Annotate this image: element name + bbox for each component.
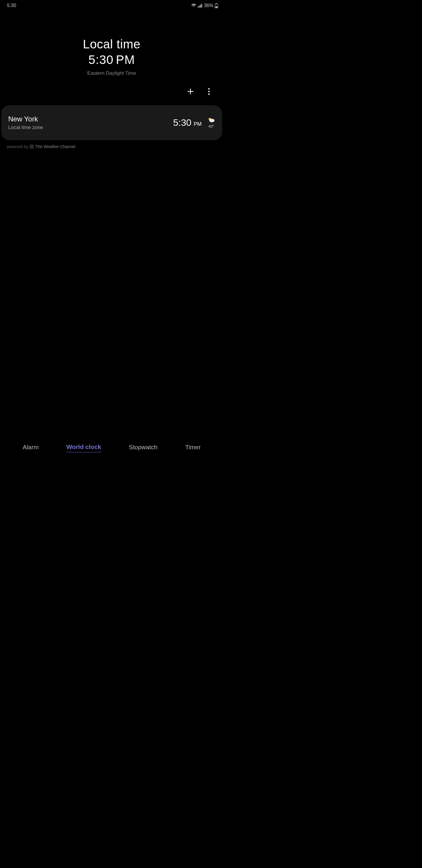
tab-stopwatch[interactable]: Stopwatch [129,442,157,452]
battery-percent: 36% [204,3,213,8]
partly-cloudy-icon [207,117,215,123]
weather-attribution: powered by The Weather Channel [0,140,223,149]
attribution-brand: The Weather Channel [35,144,75,149]
svg-point-13 [209,119,215,122]
weather-channel-logo-icon [30,145,34,149]
battery-icon [215,3,218,8]
city-time-value: 5:30 [173,117,191,128]
city-subtitle: Local time zone [8,125,43,130]
svg-rect-1 [199,6,200,8]
city-details: 5:30 PM 40° [173,117,215,128]
weather-temp: 40° [208,124,214,128]
header-time-value: 5:30 [89,53,114,67]
city-time-ampm: PM [194,121,202,127]
action-buttons [0,76,223,96]
svg-point-11 [208,94,210,95]
svg-point-9 [208,88,210,90]
svg-rect-3 [201,4,202,8]
add-city-button[interactable] [186,87,195,96]
city-name: New York [8,115,43,123]
svg-rect-6 [216,6,218,8]
bottom-navigation: Alarm World clock Stopwatch Timer [0,436,223,460]
attribution-prefix: powered by [7,144,28,149]
svg-rect-2 [200,5,201,8]
status-indicators: 36% [191,3,218,8]
city-info: New York Local time zone [8,115,43,130]
header-timezone: Eastern Daylight Time [0,70,223,76]
header-title: Local time [0,37,223,51]
weather: 40° [207,117,215,128]
header-time: 5:30PM [0,53,223,67]
svg-rect-0 [198,6,199,8]
tab-world-clock[interactable]: World clock [66,442,101,453]
signal-icon [198,3,202,8]
status-bar: 5:30 36% [0,0,223,9]
tab-alarm[interactable]: Alarm [23,442,39,452]
wifi-icon [191,3,196,8]
status-time: 5:30 [7,3,16,8]
city-time: 5:30 PM [173,117,202,128]
more-options-button[interactable] [205,87,213,96]
local-time-header: Local time 5:30PM Eastern Daylight Time [0,9,223,76]
city-card[interactable]: New York Local time zone 5:30 PM 40° [1,105,222,140]
svg-point-10 [208,91,210,92]
tab-timer[interactable]: Timer [185,442,201,452]
header-time-ampm: PM [116,53,135,67]
